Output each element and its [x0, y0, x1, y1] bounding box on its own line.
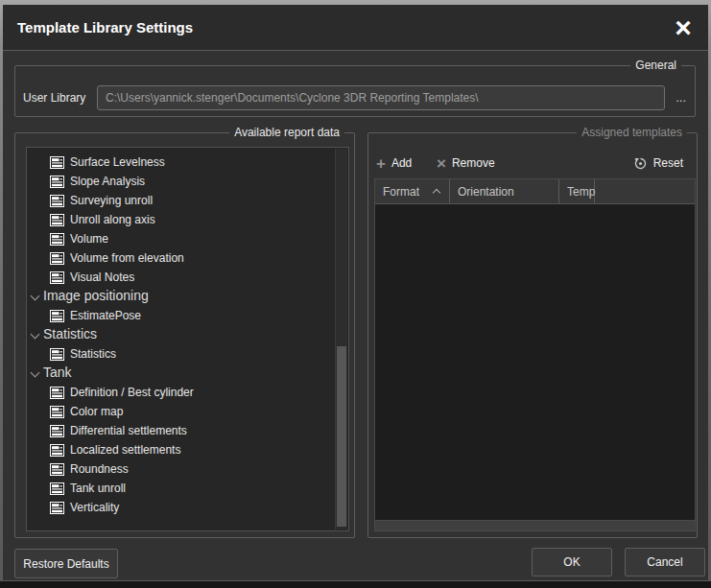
remove-button[interactable]: × Remove	[437, 153, 495, 174]
tree-group-label: Image positioning	[43, 288, 149, 303]
chevron-down-icon	[31, 330, 40, 340]
chevron-down-icon	[31, 368, 40, 378]
tree-item-label: Surveying unroll	[70, 194, 153, 207]
available-group-title: Available report data	[229, 126, 344, 139]
tree-item-label: Verticality	[70, 501, 119, 514]
tree-item-slope-analysis[interactable]: Slope Analysis	[27, 172, 335, 191]
table-header-row: Format Orientation Temp	[375, 179, 695, 204]
tree-item-statistics[interactable]: Statistics	[27, 344, 335, 364]
tree-item-label: Slope Analysis	[70, 175, 145, 188]
reset-button-label: Reset	[653, 156, 683, 170]
restore-defaults-button[interactable]: Restore Defaults	[14, 549, 118, 578]
report-tree: Surface Levelness Slope Analysis Surveyi…	[27, 153, 335, 517]
report-template-icon	[50, 386, 64, 398]
report-tree-panel: Surface Levelness Slope Analysis Surveyi…	[26, 147, 349, 531]
titlebar[interactable]: Template Library Settings ×	[3, 5, 708, 51]
report-template-icon	[50, 251, 64, 264]
tree-item-label: Localized settlements	[70, 443, 180, 457]
report-template-icon	[50, 405, 64, 417]
tree-item-volume[interactable]: Volume	[27, 229, 335, 248]
plus-icon: +	[376, 155, 386, 172]
tree-item-differential-settlements[interactable]: Differential settlements	[27, 421, 335, 440]
tree-item-label: Volume from elevation	[70, 251, 184, 265]
column-header-orientation[interactable]: Orientation	[450, 179, 559, 203]
report-template-icon	[50, 309, 64, 321]
assigned-templates-table[interactable]: Format Orientation Temp	[374, 178, 696, 531]
column-header-label: Format	[383, 185, 419, 199]
tree-item-label: Color map	[70, 405, 123, 418]
cancel-button[interactable]: Cancel	[625, 548, 705, 576]
tree-item-surveying-unroll[interactable]: Surveying unroll	[27, 191, 335, 210]
available-report-data-group: Available report data Surface Levelness	[14, 132, 355, 538]
tree-item-label: Statistics	[70, 347, 116, 361]
horizontal-scrollbar[interactable]	[374, 520, 696, 531]
add-button[interactable]: + Add	[376, 153, 412, 174]
tree-item-tank-unroll[interactable]: Tank unroll	[27, 479, 335, 498]
report-template-icon	[50, 213, 64, 225]
tree-item-definition-best-cylinder[interactable]: Definition / Best cylinder	[27, 383, 335, 402]
tree-item-label: Volume	[70, 232, 108, 246]
column-header-empty[interactable]	[595, 179, 695, 203]
report-template-icon	[50, 232, 64, 245]
remove-button-label: Remove	[452, 156, 495, 170]
tree-item-unroll-along-axis[interactable]: Unroll along axis	[27, 210, 335, 229]
close-icon[interactable]: ×	[668, 9, 699, 47]
tree-item-roundness[interactable]: Roundness	[27, 459, 335, 479]
user-library-label: User Library	[23, 91, 85, 105]
chevron-down-icon	[31, 292, 40, 301]
reset-circular-arrow-icon	[633, 156, 648, 171]
report-template-icon	[50, 462, 64, 475]
report-template-icon	[50, 482, 64, 494]
column-header-label: Temp	[567, 185, 595, 199]
tree-item-surface-levelness[interactable]: Surface Levelness	[27, 153, 335, 172]
tree-group-label: Statistics	[43, 326, 97, 341]
user-library-input[interactable]: C:\Users\yannick.stenger\Documents\Cyclo…	[97, 85, 665, 110]
tree-item-label: Unroll along axis	[70, 213, 155, 226]
tree-item-label: Tank unroll	[70, 482, 126, 495]
tree-item-volume-from-elevation[interactable]: Volume from elevation	[27, 248, 335, 268]
general-group-title: General	[630, 59, 681, 72]
window-frame-bottom	[0, 581, 711, 588]
table-body[interactable]	[375, 204, 695, 507]
reset-button[interactable]: Reset	[633, 153, 683, 174]
cross-icon: ×	[437, 155, 446, 172]
tree-group-label: Tank	[43, 365, 72, 380]
column-header-temp[interactable]: Temp	[559, 179, 595, 203]
tree-group-image-positioning[interactable]: Image positioning	[27, 287, 335, 306]
report-template-icon	[50, 424, 64, 436]
report-template-icon	[50, 155, 64, 168]
tree-item-verticality[interactable]: Verticality	[27, 498, 335, 517]
tree-item-visual-notes[interactable]: Visual Notes	[27, 268, 335, 287]
assigned-group-title: Assigned templates	[577, 126, 687, 139]
tree-item-label: Roundness	[70, 462, 129, 476]
tree-item-label: Visual Notes	[70, 270, 134, 284]
assigned-templates-group: Assigned templates + Add × Remove Reset	[367, 132, 698, 538]
tree-item-label: Definition / Best cylinder	[70, 386, 194, 399]
tree-item-label: EstimatePose	[70, 309, 141, 322]
column-header-format[interactable]: Format	[375, 179, 450, 203]
report-template-icon	[50, 501, 64, 513]
dialog-title: Template Library Settings	[17, 5, 193, 51]
browse-button[interactable]: ...	[672, 85, 690, 110]
scrollbar-thumb[interactable]	[337, 346, 346, 527]
tree-group-statistics[interactable]: Statistics	[27, 325, 335, 344]
tree-item-estimatepose[interactable]: EstimatePose	[27, 306, 335, 325]
add-button-label: Add	[391, 156, 412, 170]
tree-item-label: Surface Levelness	[70, 155, 165, 169]
sort-ascending-icon	[433, 189, 440, 197]
ok-button[interactable]: OK	[532, 548, 612, 576]
report-template-icon	[50, 270, 64, 283]
report-template-icon	[50, 175, 64, 187]
tree-group-tank[interactable]: Tank	[27, 364, 335, 383]
vertical-scrollbar[interactable]	[335, 149, 347, 529]
general-group: General User Library C:\Users\yannick.st…	[14, 65, 696, 117]
window-frame: Template Library Settings × General User…	[0, 0, 711, 588]
report-template-icon	[50, 194, 64, 206]
tree-item-label: Differential settlements	[70, 424, 187, 437]
report-template-icon	[50, 443, 64, 456]
tree-item-localized-settlements[interactable]: Localized settlements	[27, 440, 335, 459]
report-template-icon	[50, 347, 64, 360]
column-header-label: Orientation	[458, 185, 514, 199]
tree-item-color-map[interactable]: Color map	[27, 402, 335, 421]
template-library-settings-dialog: Template Library Settings × General User…	[3, 5, 708, 581]
